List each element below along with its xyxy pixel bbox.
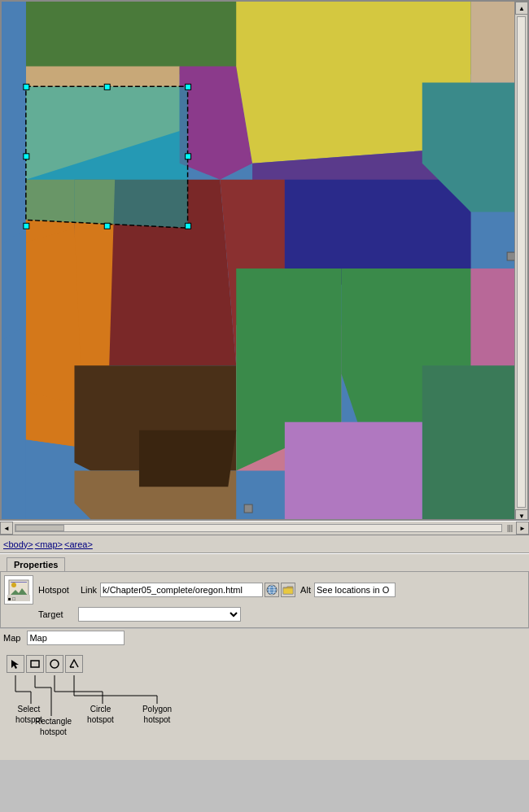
svg-rect-50 bbox=[31, 661, 39, 667]
svg-marker-24 bbox=[139, 430, 236, 487]
svg-rect-39 bbox=[11, 582, 27, 583]
link-label: Link bbox=[81, 585, 97, 595]
svg-rect-27 bbox=[186, 84, 191, 89]
alt-input[interactable] bbox=[314, 583, 396, 597]
folder-button[interactable] bbox=[281, 583, 295, 597]
select-tool-button[interactable] bbox=[7, 655, 24, 673]
map-row: Map bbox=[0, 628, 529, 647]
scroll-left-button[interactable]: ◄ bbox=[0, 522, 13, 535]
target-select[interactable]: _blank _self _parent _top bbox=[78, 607, 241, 622]
properties-panel: Properties ■ □ Hotspot Link bbox=[0, 553, 529, 760]
svg-marker-20 bbox=[285, 422, 422, 519]
polygon-tool-button[interactable] bbox=[65, 655, 83, 673]
hotspot-icon-box: ■ □ bbox=[4, 575, 33, 605]
svg-rect-34 bbox=[244, 504, 252, 513]
svg-point-51 bbox=[50, 660, 59, 668]
target-row: Target _blank _self _parent _top bbox=[4, 607, 525, 622]
circle-tool-button[interactable] bbox=[46, 655, 63, 673]
rectangle-tool-button[interactable] bbox=[26, 655, 44, 673]
globe-icon bbox=[266, 584, 278, 596]
rectangle-icon bbox=[29, 658, 41, 670]
breadcrumb-map[interactable]: <map> bbox=[35, 539, 63, 549]
svg-rect-33 bbox=[186, 154, 191, 159]
breadcrumb: <body> <map> <area> bbox=[0, 535, 529, 553]
tools-section: Select hotspot Rectangle hotspot Circle … bbox=[0, 649, 529, 760]
polygon-icon bbox=[68, 658, 80, 670]
horizontal-scrollbar[interactable]: ◄ ||| ► bbox=[0, 521, 529, 535]
map-canvas: ▲ ▼ bbox=[0, 0, 529, 521]
svg-rect-28 bbox=[24, 223, 29, 229]
scroll-track bbox=[15, 524, 502, 532]
map-input[interactable] bbox=[27, 631, 125, 645]
hotspot-link-row: ■ □ Hotspot Link bbox=[4, 575, 525, 605]
vertical-scrollbar[interactable]: ▲ ▼ bbox=[514, 2, 527, 521]
tool-labels-area: Select hotspot Rectangle hotspot Circle … bbox=[7, 675, 526, 757]
polygon-hotspot-label: Polygon hotspot bbox=[133, 704, 181, 725]
scroll-thumb[interactable] bbox=[517, 16, 526, 508]
hotspot-label: Hotspot bbox=[38, 585, 69, 595]
circle-hotspot-label: Circle hotspot bbox=[78, 704, 123, 725]
svg-marker-25 bbox=[26, 86, 188, 228]
svg-rect-48 bbox=[283, 588, 293, 594]
globe-button[interactable] bbox=[264, 583, 279, 597]
svg-rect-29 bbox=[186, 223, 191, 229]
scroll-right-button[interactable]: ► bbox=[516, 522, 529, 535]
alt-label: Alt bbox=[300, 585, 311, 595]
scroll-handle[interactable] bbox=[15, 525, 64, 531]
svg-marker-11 bbox=[18, 228, 83, 406]
svg-rect-26 bbox=[24, 84, 29, 89]
hotspot-toolbar bbox=[3, 653, 526, 675]
svg-rect-32 bbox=[24, 154, 29, 159]
arrow-icon bbox=[10, 658, 21, 670]
breadcrumb-body[interactable]: <body> bbox=[3, 539, 33, 549]
breadcrumb-area[interactable]: <area> bbox=[64, 539, 93, 549]
svg-point-38 bbox=[11, 583, 16, 587]
map-image bbox=[2, 2, 527, 519]
properties-content: ■ □ Hotspot Link bbox=[0, 571, 529, 628]
circle-icon bbox=[49, 658, 60, 670]
svg-rect-31 bbox=[104, 223, 110, 229]
svg-marker-23 bbox=[2, 228, 26, 341]
svg-rect-30 bbox=[104, 84, 110, 89]
hotspot-icon: ■ □ bbox=[7, 578, 30, 601]
scroll-down-button[interactable]: ▼ bbox=[515, 509, 528, 521]
scroll-up-button[interactable]: ▲ bbox=[515, 2, 528, 15]
scroll-position: ||| bbox=[504, 524, 516, 532]
svg-text:■ □: ■ □ bbox=[8, 596, 15, 601]
svg-marker-49 bbox=[11, 660, 19, 669]
folder-icon bbox=[282, 584, 294, 596]
svg-marker-19 bbox=[422, 365, 527, 519]
target-label: Target bbox=[38, 609, 63, 619]
link-input[interactable] bbox=[100, 583, 263, 597]
map-label: Map bbox=[3, 633, 20, 643]
properties-tab[interactable]: Properties bbox=[7, 557, 65, 571]
rectangle-hotspot-label: Rectangle hotspot bbox=[27, 716, 80, 737]
